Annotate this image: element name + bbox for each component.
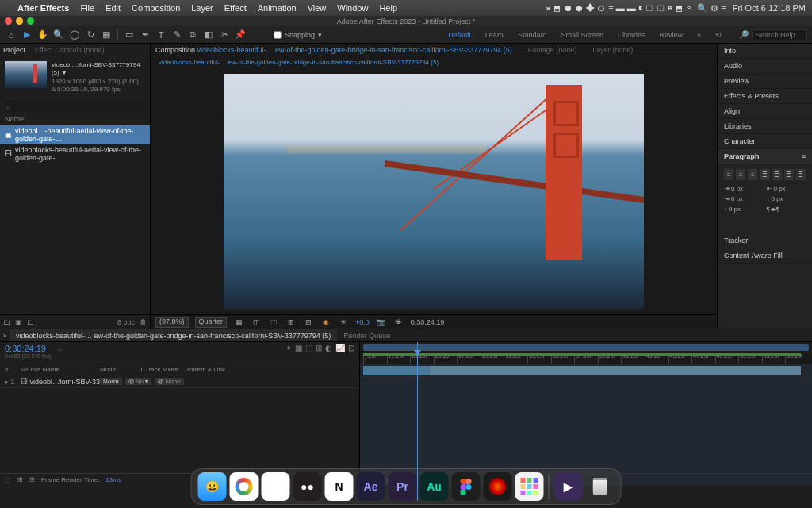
selection-tool[interactable]: ▶ xyxy=(21,29,33,41)
graph-editor-icon[interactable]: 📈 xyxy=(335,344,345,352)
panel-menu-icon[interactable]: ≡ xyxy=(802,152,806,160)
clone-tool[interactable]: ⧉ xyxy=(186,29,199,41)
dock-app-10[interactable] xyxy=(515,472,544,501)
project-item-comp[interactable]: ▣videobl…-beautiful-aerial-view-of-the-g… xyxy=(0,125,150,144)
dock-app-1[interactable] xyxy=(230,472,259,501)
dock-app-6[interactable]: Pr xyxy=(389,472,417,501)
menubar-clock[interactable]: Fri Oct 6 12:18 PM xyxy=(733,3,806,13)
dock-app-3[interactable]: ●● xyxy=(293,472,322,501)
justify-right-button[interactable]: ≣ xyxy=(784,169,794,180)
menu-layer[interactable]: Layer xyxy=(191,3,213,13)
composition-viewer[interactable] xyxy=(151,67,717,314)
eraser-tool[interactable]: ◧ xyxy=(202,29,215,41)
interpret-footage-icon[interactable]: 🗀 xyxy=(3,318,10,326)
workspace-standard[interactable]: Standard xyxy=(511,29,553,40)
effect-controls-tab[interactable]: Effect Controls (none) xyxy=(35,46,104,54)
snapping-checkbox[interactable] xyxy=(274,31,282,39)
resolution-dropdown[interactable]: Quarter xyxy=(195,317,228,328)
workspace-smallscreen[interactable]: Small Screen xyxy=(554,29,610,40)
align-left-button[interactable]: ≡ xyxy=(724,169,733,180)
panel-preview[interactable]: Preview xyxy=(718,74,812,89)
magnification-dropdown[interactable]: (97.8%) xyxy=(155,317,189,328)
workspace-learn[interactable]: Learn xyxy=(479,29,510,40)
bit-depth[interactable]: 8 bpc xyxy=(117,318,135,326)
composition-tab-name[interactable]: videoblocks-beautiful-… ew-of-the-golden… xyxy=(197,46,512,54)
roto-tool[interactable]: ✂ xyxy=(218,29,231,41)
workspace-reset-icon[interactable]: ⟲ xyxy=(709,29,728,40)
panel-paragraph-header[interactable]: Paragraph≡ xyxy=(718,149,812,164)
justify-all-button[interactable]: ≣ xyxy=(796,169,806,180)
exposure-value[interactable]: +0.0 xyxy=(355,318,370,326)
menu-window[interactable]: Window xyxy=(337,3,368,13)
motion-blur-icon[interactable]: ◐ xyxy=(325,344,332,352)
project-tab[interactable]: Project xyxy=(3,46,25,54)
panel-libraries[interactable]: Libraries xyxy=(718,119,812,134)
timeline-search-input[interactable] xyxy=(58,344,105,352)
toggle-switches-icon[interactable]: ⬚ xyxy=(5,476,11,483)
render-queue-tab[interactable]: Render Queue xyxy=(337,329,396,341)
dock-app-5[interactable]: Ae xyxy=(357,472,385,501)
roi-icon[interactable]: ⬚ xyxy=(268,317,279,328)
dock-app-0[interactable]: 😀 xyxy=(198,472,227,501)
new-comp-icon[interactable]: ▣ xyxy=(15,318,22,326)
col-matte[interactable]: T Track Matte xyxy=(140,366,187,373)
panel-audio[interactable]: Audio xyxy=(718,59,812,74)
layer-mode-dropdown[interactable]: Norm xyxy=(100,378,122,385)
justify-center-button[interactable]: ≣ xyxy=(772,169,782,180)
panel-info[interactable]: Info xyxy=(718,44,812,59)
panel-character[interactable]: Character xyxy=(718,134,812,149)
mask-toggle-icon[interactable]: ◫ xyxy=(251,317,262,328)
panel-effects-presets[interactable]: Effects & Presets xyxy=(718,89,812,104)
footage-tab[interactable]: Footage (none) xyxy=(528,46,577,54)
dock-app-11[interactable]: ▶ xyxy=(554,472,583,501)
draft3d-icon[interactable]: ▦ xyxy=(295,344,302,352)
toggle-modes-icon[interactable]: ⊞ xyxy=(17,476,23,483)
work-area-bar[interactable] xyxy=(363,344,809,351)
frame-blend-icon[interactable]: ⊞ xyxy=(316,344,322,352)
timeline-comp-tab[interactable]: videoblocks-beautiful-… ew-of-the-golden… xyxy=(10,329,337,341)
panel-align[interactable]: Align xyxy=(718,104,812,119)
reset-exposure-icon[interactable]: ☀ xyxy=(338,317,349,328)
viewer-timecode[interactable]: 0:30:24:19 xyxy=(411,318,445,326)
workspace-review[interactable]: Review xyxy=(653,29,689,40)
timeline-close-icon[interactable]: × xyxy=(0,332,10,340)
snapping-options-icon[interactable]: ▾ xyxy=(318,31,322,39)
timeline-layer-row[interactable]: ▸ 1 🎞 videobl…forni-SBV-337779794 (5).mp… xyxy=(0,375,359,388)
type-tool[interactable]: T xyxy=(155,29,167,41)
menubar-status-icons[interactable]: ⌘ ⬒ ⏺ ⬢ ✦ ⬡ ≡ ▬ ▬ ◧ ⬚ ⬚ ⊞ ⬒ ᯤ 🔍 ⚙ ≡ xyxy=(546,3,726,13)
channel-icon[interactable]: ◉ xyxy=(320,317,331,328)
dock-app-2[interactable]: ⧉ xyxy=(262,472,290,501)
col-source[interactable]: Source Name xyxy=(21,366,100,373)
search-help-input[interactable] xyxy=(752,29,807,40)
menu-view[interactable]: View xyxy=(308,3,327,13)
workspace-overflow-icon[interactable]: » xyxy=(691,29,707,40)
grid-icon[interactable]: ⊞ xyxy=(285,317,297,328)
rotate-tool[interactable]: ↻ xyxy=(84,29,97,41)
snapshot-icon[interactable]: 📷 xyxy=(376,317,387,328)
shape-tool[interactable]: ▭ xyxy=(123,29,136,41)
dock-app-7[interactable]: Au xyxy=(420,472,449,501)
pen-tool[interactable]: ✒ xyxy=(139,29,151,41)
hand-tool[interactable]: ✋ xyxy=(36,29,49,41)
window-maximize-button[interactable] xyxy=(27,17,34,25)
menu-animation[interactable]: Animation xyxy=(258,3,297,13)
project-search-input[interactable] xyxy=(5,101,145,112)
space-before-value[interactable]: 0 px xyxy=(772,195,783,202)
transparency-grid-icon[interactable]: ▦ xyxy=(233,317,244,328)
delete-icon[interactable]: 🗑 xyxy=(140,318,147,326)
project-column-name[interactable]: Name xyxy=(0,114,150,125)
playhead[interactable] xyxy=(417,342,418,501)
dock-app-4[interactable]: N xyxy=(325,472,354,501)
align-center-button[interactable]: ≡ xyxy=(736,169,745,180)
justify-left-button[interactable]: ≣ xyxy=(760,169,769,180)
comp-mini-flow-icon[interactable]: ✦ xyxy=(285,344,292,352)
layer-matte-dropdown[interactable]: ◎ No ▾ xyxy=(125,378,152,385)
window-minimize-button[interactable] xyxy=(16,17,23,25)
layer-tab[interactable]: Layer (none) xyxy=(592,46,633,54)
home-button[interactable]: ⌂ xyxy=(5,29,17,41)
dock-app-8[interactable] xyxy=(452,472,481,501)
guides-icon[interactable]: ⊟ xyxy=(303,317,314,328)
indent-first-value[interactable]: 0 px xyxy=(731,195,743,202)
menu-help[interactable]: Help xyxy=(379,3,397,13)
menu-effect[interactable]: Effect xyxy=(224,3,247,13)
